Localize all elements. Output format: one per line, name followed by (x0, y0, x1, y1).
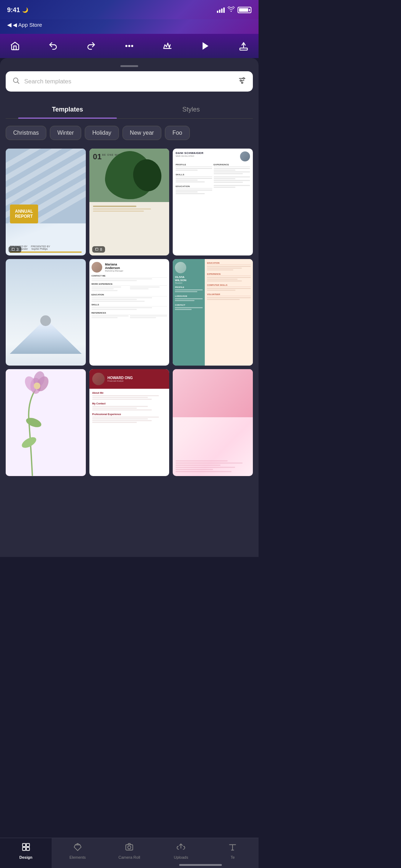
redo-button[interactable] (83, 38, 99, 54)
status-left: 9:41 🌙 (7, 6, 28, 14)
drag-handle (120, 65, 138, 67)
crown-button[interactable] (160, 38, 175, 54)
svg-point-27 (34, 383, 41, 389)
chip-holiday[interactable]: Holiday (85, 126, 119, 140)
cv2-avatar (92, 262, 102, 273)
search-left: Search templates (12, 77, 238, 86)
search-placeholder-text: Search templates (24, 78, 71, 85)
svg-point-11 (241, 82, 243, 83)
tabs: Templates Styles (6, 102, 253, 119)
template-pink-card[interactable] (173, 369, 253, 476)
cv1-avatar (240, 151, 250, 161)
svg-rect-4 (240, 48, 248, 50)
wifi-icon (228, 6, 235, 14)
template-cv-dani[interactable]: DANI SCHWAIGER WEB DEVELOPER PROFILE SKI… (173, 149, 253, 255)
sun-circle (40, 315, 51, 326)
app-store-back-bar[interactable]: ◀ ◀ App Store (0, 19, 259, 34)
svg-point-0 (126, 45, 127, 47)
status-time: 9:41 (7, 6, 20, 14)
cv3-avatar (175, 262, 186, 273)
template-cv-mariana[interactable]: MarianaAnderson Marketing Manager CONTAC… (89, 259, 170, 366)
status-right (217, 6, 251, 14)
undo-button[interactable] (45, 38, 61, 54)
category-chips: Christmas Winter Holiday New year Foo (6, 126, 253, 141)
template-landscape[interactable] (6, 259, 86, 366)
share-button[interactable] (236, 38, 251, 54)
svg-point-2 (131, 45, 133, 47)
chip-food[interactable]: Foo (165, 126, 190, 140)
svg-point-9 (243, 78, 244, 79)
template-floral[interactable] (6, 369, 86, 476)
template-cv-howard[interactable]: HOWARD ONG Financial Analyst About Me My… (89, 369, 170, 476)
template-annual-report[interactable]: ANNUALREPORT PREPARED BY PRESENTED BYJos… (6, 149, 86, 255)
tab-templates[interactable]: Templates (6, 102, 129, 118)
signal-bars (217, 7, 225, 13)
app-store-label: ◀ App Store (13, 22, 42, 28)
tab-styles[interactable]: Styles (129, 102, 253, 118)
battery-icon (238, 7, 251, 13)
svg-point-10 (240, 80, 241, 81)
play-button[interactable] (198, 38, 213, 54)
template-cv-olivia[interactable]: OLIVIAWILSON Student PROFILE LANGUAGE CO… (173, 259, 253, 366)
chip-christmas[interactable]: Christmas (6, 126, 46, 140)
more-button[interactable] (121, 38, 137, 54)
app-store-back-button[interactable]: ◀ ◀ App Store (7, 21, 42, 28)
status-moon-icon: 🌙 (22, 7, 28, 13)
back-arrow-icon: ◀ (7, 21, 11, 28)
main-content: Search templates Templates Styles Christ… (0, 58, 259, 557)
chip-new-year[interactable]: New year (123, 126, 162, 140)
chip-winter[interactable]: Winter (50, 126, 81, 140)
svg-point-1 (129, 45, 130, 47)
status-bar: 9:41 🌙 (0, 0, 259, 19)
toolbar (0, 34, 259, 58)
search-bar[interactable]: Search templates (6, 71, 253, 92)
nature-badge: ⧠ 8 (92, 246, 105, 253)
svg-marker-3 (203, 42, 208, 50)
filter-icon[interactable] (238, 76, 246, 87)
annual-report-title: ANNUALREPORT (15, 209, 33, 219)
search-icon (12, 77, 20, 86)
home-button[interactable] (7, 38, 23, 54)
annual-badge: ⧠ 3 (9, 246, 21, 253)
cv-howard-avatar (92, 373, 105, 385)
template-nature[interactable]: 01 BE ONE WITH NATURE ⧠ 8 (89, 149, 170, 255)
template-grid: ANNUALREPORT PREPARED BY PRESENTED BYJos… (6, 149, 253, 476)
